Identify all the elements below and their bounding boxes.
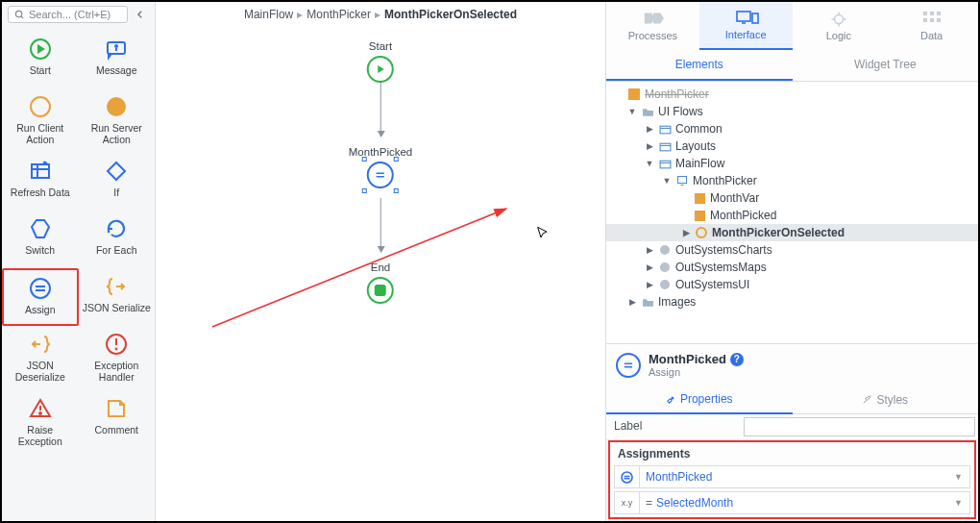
svg-rect-53 [678,177,687,184]
tool-comment[interactable]: Comment [79,390,156,455]
tool-message[interactable]: Message [79,31,156,88]
tab-logic[interactable]: Logic [793,2,886,50]
tool-run-client-action[interactable]: Run Client Action [2,88,79,153]
tree-item[interactable]: ▼UI Flows [606,103,978,120]
collapse-icon[interactable]: ▼ [662,176,672,186]
tool-json-serialize[interactable]: JSON Serialize [79,268,156,326]
svg-point-0 [15,11,21,16]
tool-if[interactable]: If [79,153,156,211]
tree-item[interactable]: ▶Common [606,120,978,137]
expand-icon[interactable]: ▶ [627,297,637,307]
breadcrumb-item[interactable]: MainFlow [244,8,293,21]
tree-item[interactable]: MonthPicker [606,86,978,103]
search-input[interactable]: Search... (Ctrl+E) [8,6,128,23]
breadcrumb-item[interactable]: MonthPicker [306,8,371,21]
tree-item[interactable]: MonthPicked [606,207,978,224]
subtab-elements[interactable]: Elements [606,50,793,81]
svg-point-24 [39,412,41,414]
client-action-icon [28,94,53,119]
tool-json-deserialize[interactable]: JSON Deserialize [2,326,79,390]
dropdown-icon[interactable]: ▼ [954,498,969,508]
tree-item[interactable]: ▼MainFlow [606,155,978,172]
tool-for-each[interactable]: For Each [79,211,156,268]
for-each-icon [104,216,129,241]
start-node[interactable] [367,56,394,83]
tree-item-selected[interactable]: ▶MonthPickerOnSelected [606,224,978,241]
tool-run-server-action[interactable]: Run Server Action [79,88,156,153]
message-icon [104,37,129,62]
logic-icon [829,11,848,28]
tree-item[interactable]: ▶Layouts [606,137,978,155]
collapse-icon[interactable]: ▼ [627,107,637,116]
tool-raise-exception[interactable]: Raise Exception [2,390,79,455]
svg-rect-51 [660,161,671,168]
collapse-toolbox-button[interactable] [132,6,149,23]
expand-icon[interactable]: ▶ [645,245,654,255]
svg-rect-49 [660,143,671,151]
raise-exception-icon [28,396,53,421]
prop-tab-styles[interactable]: Styles [793,386,979,414]
tree-item[interactable]: ▼MonthPicker [606,172,978,189]
brush-icon [862,394,872,405]
exception-handler-icon [104,332,129,357]
svg-rect-56 [695,211,705,221]
tree-item[interactable]: ▶OutSystemsCharts [606,241,978,259]
flow-icon [658,139,672,153]
help-icon[interactable]: ? [730,353,744,366]
processes-icon [643,11,662,28]
expand-icon[interactable]: ▶ [645,141,654,151]
wrench-icon [666,394,676,405]
tool-assign[interactable]: Assign [2,268,79,326]
connector[interactable] [380,83,380,137]
label-input[interactable] [744,417,975,436]
tool-start[interactable]: Start [2,31,79,88]
expand-icon[interactable]: ▶ [645,280,654,289]
collapse-icon[interactable]: ▼ [645,159,654,168]
reference-icon [658,243,672,257]
tree-item[interactable]: MonthVar [606,189,978,207]
svg-rect-47 [660,126,671,134]
tree-item[interactable]: ▶Images [606,293,978,311]
tree-item[interactable]: ▶OutSystemsUI [606,276,978,293]
tree-item[interactable]: ▶OutSystemsMaps [606,259,978,276]
svg-point-57 [697,228,706,237]
comment-icon [104,396,129,421]
svg-point-14 [31,279,50,298]
tool-switch[interactable]: Switch [2,211,79,268]
end-node[interactable] [367,277,394,304]
tab-interface[interactable]: Interface [699,2,793,50]
assign-node[interactable] [367,162,394,188]
assignment-variable-row[interactable]: MonthPicked ▼ [614,465,970,488]
node-label-end: End [371,262,390,273]
expand-icon[interactable]: ▶ [681,228,691,237]
assignment-value-row[interactable]: x.y =SelectedMonth ▼ [614,491,970,514]
svg-rect-40 [923,12,927,15]
svg-point-7 [31,97,50,116]
svg-point-21 [115,348,118,351]
tool-refresh-data[interactable]: Refresh Data [2,153,79,211]
node-label-assign: MonthPicked [349,146,412,158]
expand-icon[interactable]: ▶ [645,124,654,134]
svg-rect-42 [937,12,941,15]
right-panel: Processes Interface Logic Data Elements … [605,2,978,521]
dropdown-icon[interactable]: ▼ [954,472,969,482]
prop-tab-properties[interactable]: Properties [606,386,793,414]
tab-processes[interactable]: Processes [606,2,699,50]
svg-marker-25 [378,65,384,73]
expand-icon[interactable]: ▶ [645,262,654,272]
flow-icon [658,157,672,170]
svg-rect-46 [628,88,640,100]
prop-row-label: Label [606,414,978,440]
svg-rect-9 [32,164,49,178]
subtab-widget-tree[interactable]: Widget Tree [793,50,979,81]
svg-point-59 [660,262,670,272]
flow-canvas[interactable]: MainFlow ▸ MonthPicker ▸ MonthPickerOnSe… [156,2,605,521]
tool-exception-handler[interactable]: Exception Handler [79,326,156,390]
elements-tree[interactable]: MonthPicker ▼UI Flows ▶Common ▶Layouts ▼… [606,82,978,343]
variable-icon [693,209,706,222]
connector[interactable] [380,198,380,252]
tab-data[interactable]: Data [885,2,978,50]
start-icon [28,37,53,62]
interface-icon [736,10,755,27]
folder-icon [641,295,654,309]
